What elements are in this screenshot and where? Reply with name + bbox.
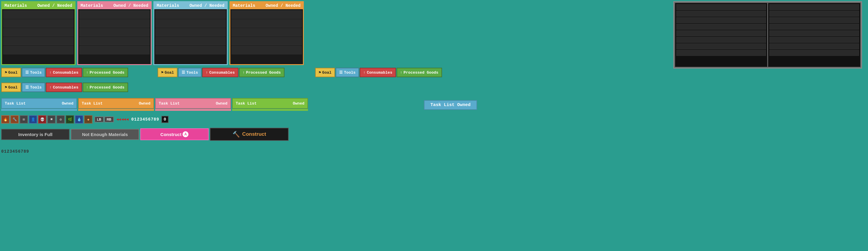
- processed-icon-4: ↑: [86, 85, 89, 90]
- tasklist-pink-owned: Owned: [216, 101, 227, 106]
- processed-label-3: Processed Goods: [404, 70, 438, 75]
- card-pink-header: Materials Owned / Needed: [78, 2, 151, 9]
- tab-consumables-3[interactable]: ↑ Consumables: [360, 68, 396, 77]
- construct-dark-button[interactable]: 🔨 Construct: [210, 128, 289, 141]
- tab-tools-4[interactable]: ☰ Tools: [22, 83, 45, 92]
- construct-pink-button[interactable]: Construct A: [140, 128, 209, 140]
- arrow-left-left-2[interactable]: ◄◄: [121, 117, 126, 122]
- bottom-buttons: Inventory is Full Not Enough Materials C…: [1, 128, 289, 141]
- dark-row: [769, 4, 859, 10]
- tab-processed-4[interactable]: ↑ Processed Goods: [83, 83, 128, 92]
- skull-icon[interactable]: 💀: [38, 115, 46, 124]
- card-blue-header: Materials Owned / Needed: [154, 2, 227, 9]
- dark-row: [769, 43, 859, 49]
- tab-consumables-2[interactable]: ↑ Consumables: [202, 68, 239, 77]
- tasklist-green-progress: [232, 109, 308, 111]
- tab-tools-1[interactable]: ☰ Tools: [22, 68, 45, 77]
- dark-row: [676, 30, 766, 36]
- processed-label-4: Processed Goods: [90, 85, 125, 90]
- goal-icon-2: ⚑: [161, 70, 163, 75]
- tasklist-orange[interactable]: Task List Owned: [78, 98, 154, 109]
- card-green-body: [2, 9, 74, 64]
- gear-icon[interactable]: ⚙: [57, 115, 65, 124]
- tools-icon-4: ☰: [25, 85, 29, 90]
- card-row: [80, 28, 150, 36]
- goal-label-3: Goal: [322, 70, 332, 75]
- card-row: [231, 10, 302, 19]
- lb-button[interactable]: LB: [95, 117, 104, 122]
- drop-icon[interactable]: 💧: [75, 115, 83, 124]
- tasklist-green-wrapper: Task List Owned: [232, 98, 308, 111]
- tab-processed-2[interactable]: ↑ Processed Goods: [239, 68, 284, 77]
- dark-row: [676, 37, 766, 43]
- dark-row: [769, 17, 859, 23]
- tasklist-green-owned: Owned: [293, 101, 304, 106]
- fire-icon[interactable]: 🔥: [1, 115, 9, 124]
- tab-tools-3[interactable]: ☰ Tools: [336, 68, 359, 77]
- tab-goal-2[interactable]: ⚑ Goal: [158, 68, 178, 77]
- goal-icon-4: ⚑: [5, 85, 7, 90]
- material-card-orange: Materials Owned / Needed: [229, 1, 304, 65]
- card-row: [155, 19, 226, 28]
- consumables-label-3: Consumables: [367, 70, 392, 75]
- not-enough-button[interactable]: Not Enough Materials: [71, 129, 139, 140]
- tab-goal-1[interactable]: ⚑ Goal: [1, 68, 21, 77]
- card-row: [231, 37, 302, 45]
- goal-label-2: Goal: [165, 70, 174, 75]
- tab-group-4: ⚑ Goal ☰ Tools ↑ Consumables ↑ Processed…: [1, 83, 128, 92]
- dark-row: [676, 11, 766, 17]
- square-icon[interactable]: ■: [47, 115, 56, 124]
- dark-row: [676, 43, 766, 49]
- lb-rb-group: LB RB: [95, 117, 114, 122]
- nav-arrows: ◄◄ ◄◄ ◄: [117, 117, 129, 122]
- tasklist-pink-progress: [155, 109, 231, 111]
- number-sequence: 0123456789: [131, 117, 159, 122]
- material-card-blue: Materials Owned / Needed: [153, 1, 228, 65]
- card-row: [231, 28, 302, 36]
- consumables-icon-3: ↑: [363, 70, 366, 75]
- card-row: [155, 37, 226, 45]
- tasklist-owned-label: Task List Owned: [424, 100, 477, 110]
- tasklist-blue-owned: Owned: [62, 101, 73, 106]
- tab-goal-4[interactable]: ⚑ Goal: [1, 83, 21, 92]
- inventory-full-button[interactable]: Inventory is Full: [1, 129, 69, 140]
- grid-icon[interactable]: ⊞: [20, 115, 28, 124]
- goal-icon-3: ⚑: [319, 70, 321, 75]
- tasklist-orange-label: Task List: [82, 101, 102, 106]
- wrench-icon[interactable]: 🔧: [10, 115, 19, 124]
- tab-group-1: ⚑ Goal ☰ Tools ↑ Consumables ↑ Processed…: [1, 68, 128, 77]
- tab-goal-3[interactable]: ⚑ Goal: [315, 68, 335, 77]
- leaf-icon[interactable]: 🌿: [66, 115, 74, 124]
- tasklist-green[interactable]: Task List Owned: [232, 98, 308, 109]
- tab-processed-3[interactable]: ↑ Processed Goods: [397, 68, 442, 77]
- arrow-left-left[interactable]: ◄◄: [117, 117, 121, 122]
- dark-row: [676, 4, 766, 10]
- card-pink-body: [78, 9, 151, 64]
- card-row: [80, 10, 150, 19]
- dark-row: [769, 30, 859, 36]
- card-row: [3, 28, 73, 36]
- card-pink-owned-label: Owned / Needed: [113, 3, 148, 8]
- tab-consumables-4[interactable]: ↑ Consumables: [46, 83, 82, 92]
- tasklist-pink[interactable]: Task List Owned: [155, 98, 231, 109]
- consumables-icon-1: ↑: [49, 70, 52, 75]
- processed-icon-1: ↑: [86, 70, 89, 75]
- card-row: [231, 46, 302, 54]
- rb-button[interactable]: RB: [104, 117, 114, 122]
- card-pink-materials-label: Materials: [81, 3, 103, 8]
- card-row: [231, 19, 302, 28]
- tasklist-blue[interactable]: Task List Owned: [1, 98, 77, 109]
- tasklist-blue-wrapper: Task List Owned: [1, 98, 77, 111]
- card-row: [3, 46, 73, 54]
- consumables-label-1: Consumables: [53, 70, 79, 75]
- construct-pink-label: Construct: [160, 132, 182, 137]
- card-row: [3, 19, 73, 28]
- card-row: [80, 37, 150, 45]
- tab-processed-1[interactable]: ↑ Processed Goods: [83, 68, 128, 77]
- tab-tools-2[interactable]: ☰ Tools: [178, 68, 202, 77]
- diamond-icon[interactable]: ◆: [84, 115, 92, 124]
- arrow-left[interactable]: ◄: [126, 117, 129, 122]
- tab-consumables-1[interactable]: ↑ Consumables: [46, 68, 82, 77]
- person-icon[interactable]: 👤: [29, 115, 37, 124]
- card-blue-materials-label: Materials: [157, 3, 179, 8]
